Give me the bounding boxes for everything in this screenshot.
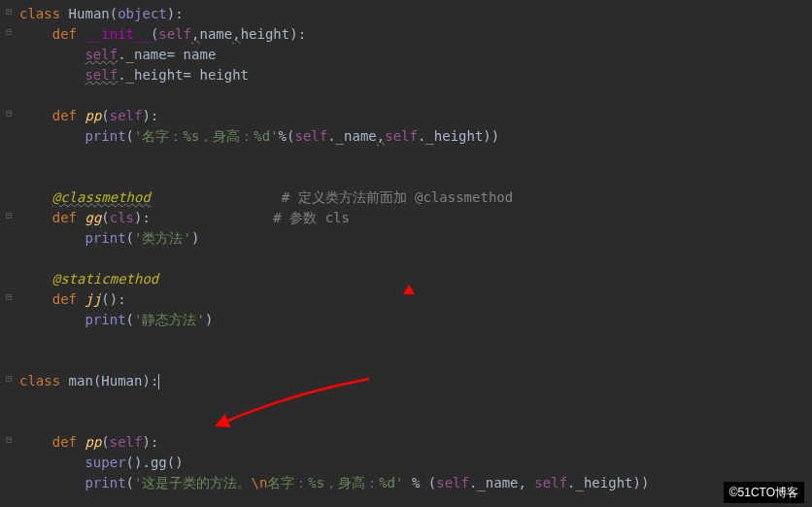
code-line: def pp(self):	[19, 432, 812, 453]
code-line: print('名字：%s，身高：%d'%(self._name,self._he…	[19, 126, 812, 147]
code-line: @staticmethod	[19, 269, 812, 289]
code-line	[19, 412, 812, 432]
code-line: self._name= name	[19, 45, 812, 65]
code-line: def __init__(self,name,height):	[19, 24, 812, 45]
code-line: class man(Human):	[19, 371, 812, 391]
code-line: super().gg()	[19, 453, 812, 473]
code-line	[19, 147, 812, 167]
code-line	[19, 330, 812, 351]
fold-icon[interactable]: ⊟	[6, 24, 12, 39]
code-line: class Human(object):	[19, 4, 812, 24]
fold-icon[interactable]: ⊟	[6, 208, 12, 222]
code-line: self._height= height	[19, 65, 812, 85]
code-line	[19, 167, 812, 187]
text-cursor	[158, 374, 159, 389]
code-line: print('静态方法')	[19, 310, 812, 330]
code-line	[19, 493, 812, 507]
code-line: print('这是子类的方法。\n名字：%s，身高：%d' % (self._n…	[19, 473, 812, 493]
fold-icon[interactable]: ⊟	[6, 371, 12, 386]
code-line	[19, 391, 812, 412]
code-line: def pp(self):	[19, 106, 812, 126]
fold-icon[interactable]: ⊟	[6, 106, 12, 120]
code-line	[19, 85, 812, 106]
code-line: @classmethod # 定义类方法前面加 @classmethod	[19, 187, 812, 208]
fold-icon[interactable]: ⊟	[6, 432, 12, 447]
code-line: print('类方法')	[19, 228, 812, 249]
code-line: def jj():	[19, 289, 812, 310]
code-editor[interactable]: ⊟ class Human(object): ⊟ def __init__(se…	[0, 0, 812, 507]
warning-triangle-icon	[403, 285, 415, 294]
code-line	[19, 249, 812, 269]
code-line	[19, 351, 812, 371]
fold-icon[interactable]: ⊟	[6, 4, 12, 18]
watermark: ©51CTO博客	[724, 482, 804, 503]
code-line: def gg(cls): # 参数 cls	[19, 208, 812, 228]
fold-icon[interactable]: ⊟	[6, 289, 12, 304]
